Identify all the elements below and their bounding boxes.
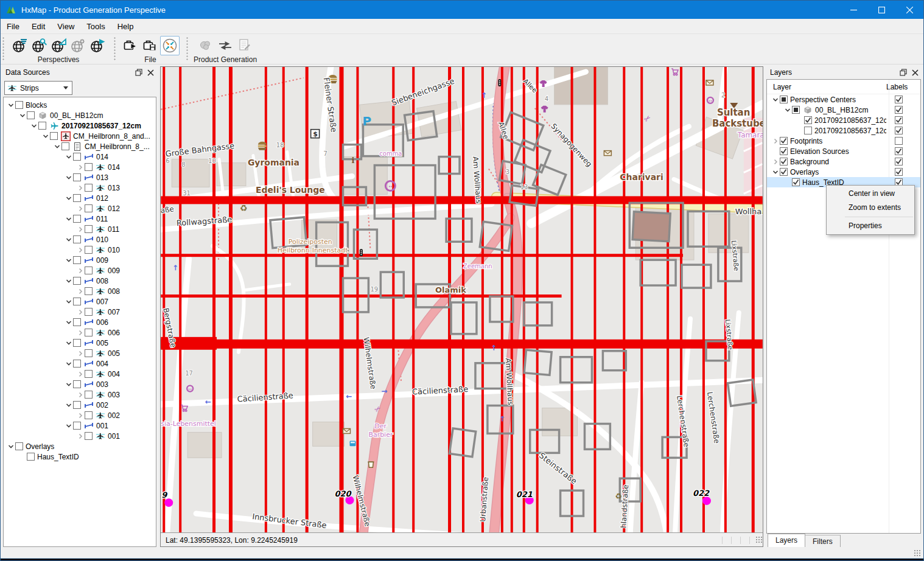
tree-item-blocks[interactable]: Blocks (4, 100, 156, 110)
item-checkbox[interactable] (85, 391, 93, 399)
layer-item-perspective-centers[interactable]: Perspective Centers (767, 94, 920, 105)
globe-measure-button[interactable] (49, 36, 68, 55)
expander-closed-icon[interactable] (75, 350, 85, 357)
item-checkbox[interactable] (73, 318, 81, 326)
strips-selector[interactable]: Strips (4, 81, 72, 95)
expander-closed-icon[interactable] (75, 392, 85, 398)
item-checkbox[interactable] (27, 111, 35, 119)
item-checkbox[interactable] (85, 267, 93, 274)
item-checkbox[interactable] (85, 225, 93, 233)
layer-checkbox[interactable] (780, 168, 788, 176)
tree-item-012[interactable]: 012 (4, 193, 156, 203)
tab-layers[interactable]: Layers (768, 534, 805, 547)
expander-closed-icon[interactable] (75, 247, 85, 253)
expander-open-icon[interactable] (18, 113, 27, 119)
labels-checkbox[interactable] (895, 116, 903, 124)
expander-open-icon[interactable] (64, 154, 73, 160)
expander-open-icon[interactable] (41, 133, 50, 139)
context-menu-item-properties[interactable]: Properties (827, 219, 914, 233)
labels-checkbox[interactable] (895, 96, 903, 103)
layer-item-20170921085637-12c-[interactable]: 20170921085637_12c... (767, 125, 920, 136)
float-panel-icon[interactable] (900, 69, 907, 76)
expander-open-icon[interactable] (52, 144, 61, 150)
labels-checkbox[interactable] (895, 158, 903, 166)
expander-closed-icon[interactable] (771, 159, 780, 165)
expander-open-icon[interactable] (29, 123, 38, 129)
panel-resize-grip[interactable] (756, 537, 763, 543)
expander-closed-icon[interactable] (75, 371, 85, 377)
tree-item-004[interactable]: 004 (4, 369, 156, 379)
tree-item-overlays[interactable]: Overlays (4, 441, 156, 451)
tree-item-008[interactable]: 008 (4, 286, 156, 296)
item-checkbox[interactable] (73, 380, 81, 388)
tab-filters[interactable]: Filters (805, 535, 841, 547)
tree-item-006[interactable]: 006 (4, 327, 156, 338)
layer-checkbox[interactable] (792, 178, 800, 186)
close-panel-icon[interactable] (147, 69, 154, 76)
expander-open-icon[interactable] (771, 169, 780, 175)
expander-open-icon[interactable] (771, 97, 780, 103)
tree-item-003[interactable]: 003 (4, 389, 156, 400)
expander-closed-icon[interactable] (75, 268, 85, 274)
menu-file[interactable]: File (1, 19, 26, 33)
tree-item-001[interactable]: 001 (4, 420, 156, 431)
expander-open-icon[interactable] (64, 319, 73, 326)
menu-edit[interactable]: Edit (26, 19, 51, 33)
item-checkbox[interactable] (73, 235, 81, 243)
expander-open-icon[interactable] (64, 299, 73, 305)
layer-checkbox[interactable] (804, 116, 812, 124)
tree-item-cm-heilbronn-8-[interactable]: CM_Heilbronn_8_... (4, 141, 156, 152)
expander-open-icon[interactable] (64, 340, 73, 346)
layer-item-20170921085637-12cm[interactable]: 20170921085637_12cm (767, 115, 920, 125)
labels-checkbox[interactable] (895, 168, 903, 176)
item-checkbox[interactable] (85, 432, 93, 440)
expander-closed-icon[interactable] (75, 185, 85, 191)
expander-open-icon[interactable] (783, 107, 792, 113)
layer-item-elevation-sources[interactable]: Elevation Sources (767, 146, 920, 156)
tree-item-002[interactable]: 002 (4, 400, 156, 410)
tree-item-010[interactable]: 010 (4, 245, 156, 255)
tree-item-004[interactable]: 004 (4, 358, 156, 369)
item-checkbox[interactable] (85, 287, 93, 295)
expander-open-icon[interactable] (64, 382, 73, 388)
tree-item-014[interactable]: 014 (4, 152, 156, 162)
tree-item-009[interactable]: 009 (4, 265, 156, 276)
tree-item-002[interactable]: 002 (4, 410, 156, 420)
layer-checkbox[interactable] (792, 106, 800, 114)
tree-item-011[interactable]: 011 (4, 224, 156, 234)
item-checkbox[interactable] (50, 132, 58, 140)
tree-item-005[interactable]: 005 (4, 338, 156, 348)
expander-closed-icon[interactable] (771, 138, 780, 144)
tree-item-007[interactable]: 007 (4, 296, 156, 307)
expander-open-icon[interactable] (64, 237, 73, 243)
labels-checkbox[interactable] (895, 147, 903, 155)
menu-tools[interactable]: Tools (80, 19, 111, 33)
context-menu-item-center-in-view[interactable]: Center in view (827, 187, 914, 201)
item-checkbox[interactable] (85, 349, 93, 357)
layer-checkbox[interactable] (804, 127, 812, 134)
item-checkbox[interactable] (73, 256, 81, 264)
tree-item-012[interactable]: 012 (4, 203, 156, 214)
expander-open-icon[interactable] (64, 216, 73, 222)
item-checkbox[interactable] (85, 204, 93, 212)
item-checkbox[interactable] (73, 215, 81, 223)
layer-item-overlays[interactable]: Overlays (767, 167, 920, 177)
expander-closed-icon[interactable] (75, 206, 85, 212)
item-checkbox[interactable] (73, 339, 81, 347)
expander-open-icon[interactable] (64, 423, 73, 429)
layer-checkbox[interactable] (780, 96, 788, 103)
item-checkbox[interactable] (73, 153, 81, 161)
item-checkbox[interactable] (85, 184, 93, 192)
expander-closed-icon[interactable] (75, 226, 85, 232)
item-checkbox[interactable] (85, 246, 93, 254)
tree-item-001[interactable]: 001 (4, 431, 156, 441)
expander-open-icon[interactable] (64, 361, 73, 367)
expander-closed-icon[interactable] (75, 164, 85, 170)
item-checkbox[interactable] (73, 298, 81, 305)
item-checkbox[interactable] (73, 277, 81, 285)
map-canvas[interactable]: ✂✂♻♻Pi$→→→→→→→→Fleiner StraßeSiebeneichg… (161, 67, 763, 533)
tree-item-011[interactable]: 011 (4, 214, 156, 224)
tree-item-20170921085637-12cm[interactable]: 20170921085637_12cm (4, 120, 156, 131)
expander-open-icon[interactable] (64, 257, 73, 263)
project-run-button[interactable] (121, 36, 141, 55)
